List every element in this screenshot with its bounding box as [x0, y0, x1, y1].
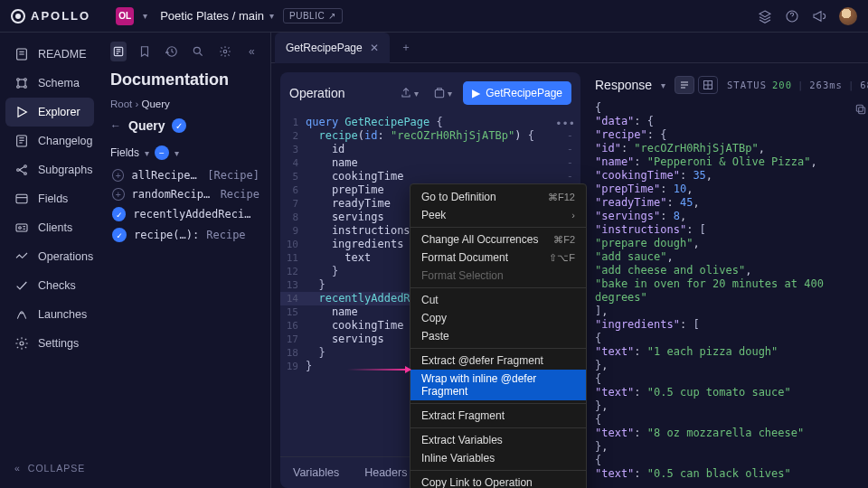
ctx-inline-variables[interactable]: Inline Variables [410, 449, 586, 467]
ctx-format-document[interactable]: Format Document⇧⌥F [410, 249, 586, 267]
tab-get-recipe-page[interactable]: GetRecipePage ✕ [275, 33, 390, 63]
annotation-arrow [347, 369, 410, 371]
run-operation-button[interactable]: ▶ GetRecipePage [463, 81, 571, 105]
svg-point-28 [20, 342, 24, 345]
chevron-down-icon: ▾ [269, 11, 274, 21]
close-tab-icon[interactable]: ✕ [370, 42, 379, 54]
nav-item-launches[interactable]: Launches [5, 300, 94, 329]
chevron-down-icon: ▾ [145, 148, 149, 158]
ctx-paste[interactable]: Paste [410, 327, 586, 345]
help-icon[interactable] [785, 9, 799, 23]
svg-rect-36 [436, 90, 444, 98]
nav-item-clients[interactable]: Clients [5, 213, 94, 242]
editor-context-menu: Go to Definition⌘F12Peek›Change All Occu… [410, 183, 587, 488]
docs-toolbar: « [110, 42, 259, 61]
user-avatar[interactable] [839, 7, 857, 25]
add-tab-button[interactable]: ＋ [392, 40, 420, 55]
nav-item-subgraphs[interactable]: Subgraphs [5, 155, 94, 184]
ctx-peek[interactable]: Peek› [410, 206, 586, 224]
json-view-icon[interactable] [675, 76, 694, 94]
field-row[interactable]: ✓recipe(…): Recipe [112, 228, 259, 242]
nav-item-operations[interactable]: Operations [5, 242, 94, 271]
ctx-go-to-definition[interactable]: Go to Definition⌘F12 [410, 188, 586, 206]
field-row[interactable]: +allRecipes: [Recipe] [112, 169, 259, 182]
editor-tabs: GetRecipePage ✕ ＋ [271, 33, 868, 63]
editor-more-icon[interactable]: ••• [555, 117, 575, 130]
svg-rect-13 [17, 136, 27, 146]
bookmark-icon[interactable] [137, 42, 154, 61]
svg-point-4 [17, 79, 20, 81]
nav-item-readme[interactable]: README [5, 40, 94, 69]
svg-point-5 [24, 79, 27, 81]
announcements-icon[interactable] [812, 9, 826, 23]
chevron-double-left-icon: « [14, 463, 21, 474]
response-dropdown-icon[interactable]: ▾ [661, 80, 665, 90]
history-icon[interactable] [164, 42, 180, 61]
ctx-cut[interactable]: Cut [410, 291, 586, 309]
query-type-label: Query [128, 118, 165, 133]
nav-icon [14, 278, 29, 293]
svg-point-7 [24, 86, 27, 89]
visibility-badge[interactable]: PUBLIC ↗ [283, 8, 343, 23]
response-pane: Response ▾ STATUS 200 | 263ms | 688B [591, 72, 868, 488]
field-list: +allRecipes: [Recipe]+randomRecipe: Reci… [110, 169, 259, 242]
table-view-icon[interactable] [698, 76, 718, 94]
field-row[interactable]: +randomRecipe: Recipe [112, 188, 259, 201]
field-row[interactable]: ✓recentlyAddedRecip… [112, 207, 259, 221]
ctx-format-selection: Format Selection [410, 267, 586, 285]
primary-sidebar: READMESchemaExplorerChangelogSubgraphsFi… [0, 33, 99, 488]
copy-response-icon[interactable] [854, 103, 867, 116]
docs-breadcrumb[interactable]: Root › Query [110, 99, 259, 109]
ctx-change-all-occurrences[interactable]: Change All Occurrences⌘F2 [410, 230, 586, 249]
field-add-icon: + [112, 188, 125, 201]
share-icon[interactable]: ▾ [396, 85, 422, 101]
nav-icon [14, 221, 29, 235]
response-status: STATUS 200 | 263ms | 688B [727, 80, 868, 90]
layers-icon[interactable] [758, 9, 772, 23]
nav-item-schema[interactable]: Schema [5, 69, 94, 98]
nav-item-checks[interactable]: Checks [5, 271, 94, 300]
field-checked-icon: ✓ [112, 207, 126, 221]
svg-line-20 [19, 167, 24, 170]
check-badge-icon[interactable]: ✓ [172, 118, 186, 133]
svg-rect-43 [858, 108, 864, 114]
search-icon[interactable] [191, 42, 207, 61]
svg-rect-22 [16, 194, 27, 202]
response-view-toggle [675, 76, 718, 94]
operation-title: Operation [289, 86, 389, 100]
svg-marker-12 [18, 108, 26, 117]
ctx-extract-defer-fragment[interactable]: Extract @defer Fragment [410, 352, 586, 370]
response-body[interactable]: { "data": { "recipe": { "id": "recOZrH0R… [591, 101, 868, 488]
ctx-copy[interactable]: Copy [410, 309, 586, 327]
documentation-panel: « Documentation Root › Query ← Query ✓ F… [99, 33, 271, 488]
nav-item-settings[interactable]: Settings [5, 329, 94, 358]
org-badge[interactable]: OL [116, 7, 134, 25]
collapse-docs-icon[interactable]: « [244, 42, 260, 61]
tab-variables[interactable]: Variables [280, 457, 352, 488]
back-arrow-icon[interactable]: ← [110, 119, 121, 132]
svg-rect-24 [16, 224, 27, 231]
field-add-icon: + [112, 169, 124, 182]
ctx-copy-link-to-operation[interactable]: Copy Link to Operation [410, 474, 586, 488]
play-icon: ▶ [472, 87, 480, 99]
svg-point-33 [194, 47, 201, 53]
collection-icon[interactable]: ▾ [429, 85, 456, 101]
ctx-wrap-with-inline-defer-fragment[interactable]: Wrap with inline @defer Fragment [410, 370, 586, 400]
ctx-extract-fragment[interactable]: Extract Fragment [410, 407, 586, 425]
nav-icon [14, 47, 29, 61]
svg-point-35 [223, 50, 227, 53]
nav-item-changelog[interactable]: Changelog [5, 127, 94, 155]
response-title: Response [595, 78, 652, 92]
nav-item-explorer[interactable]: Explorer [5, 98, 94, 127]
docs-mode-icon[interactable] [110, 42, 127, 61]
breadcrumb[interactable]: Poetic Plates / main ▾ [160, 9, 274, 23]
remove-all-icon[interactable]: − [155, 145, 169, 160]
fields-section-header[interactable]: Fields ▾ − ▾ [110, 145, 259, 160]
brand-logo[interactable]: APOLLO [11, 9, 90, 23]
settings-icon[interactable] [217, 42, 233, 61]
svg-line-21 [19, 170, 24, 173]
ctx-extract-variables[interactable]: Extract Variables [410, 431, 586, 449]
collapse-sidebar-button[interactable]: « COLLAPSE [5, 455, 94, 481]
org-dropdown-icon[interactable]: ▾ [143, 11, 147, 21]
nav-item-fields[interactable]: Fields [5, 184, 94, 213]
